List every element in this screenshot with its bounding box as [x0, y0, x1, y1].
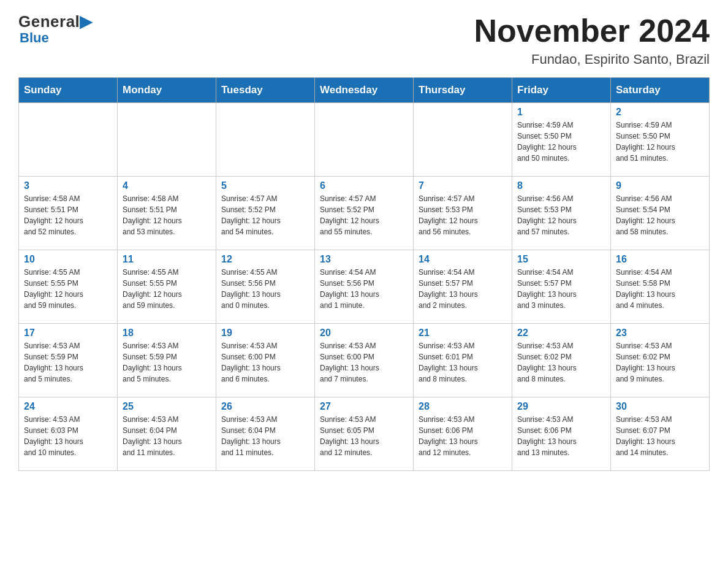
calendar-cell: 6Sunrise: 4:57 AM Sunset: 5:52 PM Daylig…: [315, 177, 414, 250]
calendar-cell: 21Sunrise: 4:53 AM Sunset: 6:01 PM Dayli…: [414, 324, 512, 397]
logo: General▶ Blue: [18, 12, 93, 46]
calendar-cell: 14Sunrise: 4:54 AM Sunset: 5:57 PM Dayli…: [414, 250, 512, 324]
calendar-cell: 24Sunrise: 4:53 AM Sunset: 6:03 PM Dayli…: [19, 397, 118, 471]
calendar-header-row: SundayMondayTuesdayWednesdayThursdayFrid…: [19, 78, 710, 103]
calendar-cell: [19, 103, 118, 177]
header-monday: Monday: [118, 78, 216, 103]
week-row-2: 10Sunrise: 4:55 AM Sunset: 5:55 PM Dayli…: [19, 250, 710, 324]
calendar-cell: [315, 103, 414, 177]
day-info: Sunrise: 4:55 AM Sunset: 5:55 PM Dayligh…: [123, 267, 211, 311]
day-number: 23: [616, 327, 704, 339]
logo-blue-text: ▶: [80, 12, 93, 31]
day-number: 26: [221, 401, 309, 412]
day-number: 3: [24, 180, 112, 191]
day-info: Sunrise: 4:53 AM Sunset: 6:05 PM Dayligh…: [320, 414, 408, 458]
day-info: Sunrise: 4:53 AM Sunset: 5:59 PM Dayligh…: [24, 340, 112, 385]
day-info: Sunrise: 4:54 AM Sunset: 5:56 PM Dayligh…: [320, 267, 408, 311]
calendar-cell: 29Sunrise: 4:53 AM Sunset: 6:06 PM Dayli…: [512, 397, 611, 471]
day-info: Sunrise: 4:53 AM Sunset: 5:59 PM Dayligh…: [123, 340, 211, 385]
calendar-cell: 1Sunrise: 4:59 AM Sunset: 5:50 PM Daylig…: [512, 103, 611, 177]
calendar-cell: 9Sunrise: 4:56 AM Sunset: 5:54 PM Daylig…: [611, 177, 710, 250]
day-info: Sunrise: 4:53 AM Sunset: 6:04 PM Dayligh…: [123, 414, 211, 458]
day-number: 7: [419, 180, 507, 191]
day-info: Sunrise: 4:54 AM Sunset: 5:58 PM Dayligh…: [616, 267, 704, 311]
calendar-cell: 23Sunrise: 4:53 AM Sunset: 6:02 PM Dayli…: [611, 324, 710, 397]
day-number: 29: [517, 401, 605, 412]
day-info: Sunrise: 4:53 AM Sunset: 6:01 PM Dayligh…: [419, 340, 507, 385]
day-number: 27: [320, 401, 408, 412]
calendar-cell: 3Sunrise: 4:58 AM Sunset: 5:51 PM Daylig…: [19, 177, 118, 250]
header-friday: Friday: [512, 78, 611, 103]
calendar-cell: 2Sunrise: 4:59 AM Sunset: 5:50 PM Daylig…: [611, 103, 710, 177]
day-info: Sunrise: 4:53 AM Sunset: 6:00 PM Dayligh…: [320, 340, 408, 385]
calendar-cell: 4Sunrise: 4:58 AM Sunset: 5:51 PM Daylig…: [118, 177, 216, 250]
day-number: 28: [419, 401, 507, 412]
calendar-title: November 2024: [474, 12, 710, 49]
day-info: Sunrise: 4:57 AM Sunset: 5:53 PM Dayligh…: [419, 193, 507, 237]
day-number: 15: [517, 254, 605, 265]
day-number: 13: [320, 254, 408, 265]
day-number: 5: [221, 180, 309, 191]
calendar-cell: 30Sunrise: 4:53 AM Sunset: 6:07 PM Dayli…: [611, 397, 710, 471]
day-info: Sunrise: 4:58 AM Sunset: 5:51 PM Dayligh…: [123, 193, 211, 237]
day-info: Sunrise: 4:53 AM Sunset: 6:02 PM Dayligh…: [616, 340, 704, 385]
calendar-cell: [216, 103, 315, 177]
day-info: Sunrise: 4:56 AM Sunset: 5:53 PM Dayligh…: [517, 193, 605, 237]
calendar-cell: 13Sunrise: 4:54 AM Sunset: 5:56 PM Dayli…: [315, 250, 414, 324]
day-number: 2: [616, 107, 704, 118]
calendar-subtitle: Fundao, Espirito Santo, Brazil: [474, 52, 710, 67]
calendar-cell: 18Sunrise: 4:53 AM Sunset: 5:59 PM Dayli…: [118, 324, 216, 397]
day-info: Sunrise: 4:53 AM Sunset: 6:00 PM Dayligh…: [221, 340, 309, 385]
day-number: 20: [320, 327, 408, 339]
day-info: Sunrise: 4:58 AM Sunset: 5:51 PM Dayligh…: [24, 193, 112, 237]
day-info: Sunrise: 4:54 AM Sunset: 5:57 PM Dayligh…: [517, 267, 605, 311]
header-wednesday: Wednesday: [315, 78, 414, 103]
week-row-1: 3Sunrise: 4:58 AM Sunset: 5:51 PM Daylig…: [19, 177, 710, 250]
week-row-3: 17Sunrise: 4:53 AM Sunset: 5:59 PM Dayli…: [19, 324, 710, 397]
day-number: 12: [221, 254, 309, 265]
header-sunday: Sunday: [19, 78, 118, 103]
day-info: Sunrise: 4:59 AM Sunset: 5:50 PM Dayligh…: [517, 120, 605, 164]
day-number: 30: [616, 401, 704, 412]
page-header: General▶ Blue November 2024 Fundao, Espi…: [18, 12, 710, 67]
day-number: 24: [24, 401, 112, 412]
calendar-cell: 7Sunrise: 4:57 AM Sunset: 5:53 PM Daylig…: [414, 177, 512, 250]
day-number: 21: [419, 327, 507, 339]
calendar-cell: 20Sunrise: 4:53 AM Sunset: 6:00 PM Dayli…: [315, 324, 414, 397]
day-info: Sunrise: 4:55 AM Sunset: 5:55 PM Dayligh…: [24, 267, 112, 311]
logo-general-text: General: [18, 12, 80, 31]
day-number: 6: [320, 180, 408, 191]
day-number: 19: [221, 327, 309, 339]
day-number: 8: [517, 180, 605, 191]
day-info: Sunrise: 4:56 AM Sunset: 5:54 PM Dayligh…: [616, 193, 704, 237]
calendar-cell: 8Sunrise: 4:56 AM Sunset: 5:53 PM Daylig…: [512, 177, 611, 250]
day-number: 1: [517, 107, 605, 118]
header-tuesday: Tuesday: [216, 78, 315, 103]
calendar-cell: 28Sunrise: 4:53 AM Sunset: 6:06 PM Dayli…: [414, 397, 512, 471]
logo-blue-label: Blue: [20, 30, 49, 46]
day-info: Sunrise: 4:53 AM Sunset: 6:07 PM Dayligh…: [616, 414, 704, 458]
calendar-cell: 12Sunrise: 4:55 AM Sunset: 5:56 PM Dayli…: [216, 250, 315, 324]
title-block: November 2024 Fundao, Espirito Santo, Br…: [474, 12, 710, 67]
calendar-cell: 15Sunrise: 4:54 AM Sunset: 5:57 PM Dayli…: [512, 250, 611, 324]
day-info: Sunrise: 4:53 AM Sunset: 6:06 PM Dayligh…: [517, 414, 605, 458]
calendar-cell: 22Sunrise: 4:53 AM Sunset: 6:02 PM Dayli…: [512, 324, 611, 397]
day-info: Sunrise: 4:53 AM Sunset: 6:02 PM Dayligh…: [517, 340, 605, 385]
header-thursday: Thursday: [414, 78, 512, 103]
day-number: 9: [616, 180, 704, 191]
calendar-cell: [414, 103, 512, 177]
day-number: 10: [24, 254, 112, 265]
day-info: Sunrise: 4:59 AM Sunset: 5:50 PM Dayligh…: [616, 120, 704, 164]
calendar-cell: 25Sunrise: 4:53 AM Sunset: 6:04 PM Dayli…: [118, 397, 216, 471]
day-info: Sunrise: 4:53 AM Sunset: 6:03 PM Dayligh…: [24, 414, 112, 458]
day-info: Sunrise: 4:53 AM Sunset: 6:04 PM Dayligh…: [221, 414, 309, 458]
calendar-cell: 27Sunrise: 4:53 AM Sunset: 6:05 PM Dayli…: [315, 397, 414, 471]
calendar-cell: 16Sunrise: 4:54 AM Sunset: 5:58 PM Dayli…: [611, 250, 710, 324]
day-info: Sunrise: 4:57 AM Sunset: 5:52 PM Dayligh…: [320, 193, 408, 237]
calendar-table: SundayMondayTuesdayWednesdayThursdayFrid…: [18, 77, 710, 471]
day-number: 22: [517, 327, 605, 339]
day-number: 18: [123, 327, 211, 339]
calendar-cell: 19Sunrise: 4:53 AM Sunset: 6:00 PM Dayli…: [216, 324, 315, 397]
day-number: 4: [123, 180, 211, 191]
header-saturday: Saturday: [611, 78, 710, 103]
